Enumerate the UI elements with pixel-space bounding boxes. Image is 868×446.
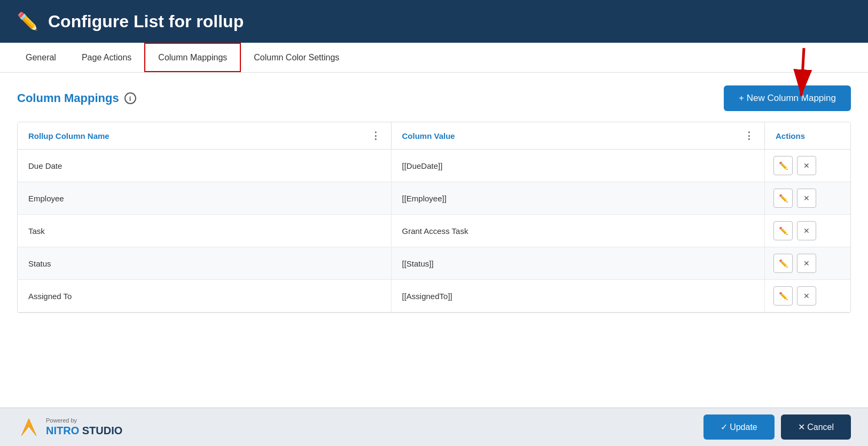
section-header: Column Mappings i + New Column Mapping [17, 85, 851, 111]
cancel-button[interactable]: ✕ Cancel [781, 414, 851, 440]
brand-studio: STUDIO [79, 425, 122, 436]
cell-value-5: [[AssignedTo]] [392, 280, 765, 312]
main-content: Column Mappings i + New Column Mapping R… [0, 73, 868, 408]
delete-button-1[interactable]: ✕ [797, 156, 816, 175]
tab-column-color-settings[interactable]: Column Color Settings [241, 43, 352, 72]
page-footer: Powered by NITRO STUDIO ✓ Update ✕ Cance… [0, 408, 868, 446]
info-icon[interactable]: i [124, 92, 136, 104]
cell-rollup-col-4: Status [18, 247, 392, 279]
delete-button-4[interactable]: ✕ [797, 254, 816, 273]
update-button[interactable]: ✓ Update [703, 414, 775, 440]
page-title: Configure List for rollup [48, 12, 244, 32]
table-row: Employee [[Employee]] ✏️ ✕ [18, 182, 850, 215]
cell-rollup-col-5: Assigned To [18, 280, 392, 312]
nav-tabs: General Page Actions Column Mappings Col… [0, 43, 868, 73]
new-column-mapping-button[interactable]: + New Column Mapping [724, 85, 851, 111]
brand-name: NITRO STUDIO [46, 425, 122, 437]
actions-cell-2: ✏️ ✕ [765, 182, 850, 214]
footer-actions: ✓ Update ✕ Cancel [703, 414, 851, 440]
nitro-logo-icon [17, 416, 41, 439]
tab-column-mappings[interactable]: Column Mappings [144, 43, 241, 72]
table-row: Due Date [[DueDate]] ✏️ ✕ [18, 150, 850, 182]
table-row: Assigned To [[AssignedTo]] ✏️ ✕ [18, 280, 850, 312]
col-dots-value[interactable]: ⋮ [744, 130, 754, 142]
edit-button-4[interactable]: ✏️ [773, 254, 793, 273]
actions-cell-1: ✏️ ✕ [765, 150, 850, 182]
col-dots-rollup[interactable]: ⋮ [371, 130, 380, 142]
page-header: ✏️ Configure List for rollup [0, 0, 868, 43]
edit-icon: ✏️ [17, 11, 38, 32]
section-title-group: Column Mappings i [17, 91, 136, 105]
cell-value-1: [[DueDate]] [392, 150, 765, 182]
cell-value-2: [[Employee]] [392, 182, 765, 214]
footer-logo: Powered by NITRO STUDIO [17, 416, 122, 439]
table-row: Task Grant Access Task ✏️ ✕ [18, 215, 850, 247]
powered-by-text: Powered by [46, 417, 122, 424]
actions-cell-4: ✏️ ✕ [765, 247, 850, 279]
edit-button-2[interactable]: ✏️ [773, 189, 793, 208]
col-header-rollup-column-name: Rollup Column Name ⋮ [18, 122, 392, 149]
col-header-actions: Actions [765, 122, 850, 149]
section-title: Column Mappings [17, 91, 119, 105]
cell-value-3: Grant Access Task [392, 215, 765, 247]
delete-button-2[interactable]: ✕ [797, 189, 816, 208]
edit-button-3[interactable]: ✏️ [773, 221, 793, 240]
actions-cell-5: ✏️ ✕ [765, 280, 850, 312]
delete-button-5[interactable]: ✕ [797, 286, 816, 306]
edit-button-5[interactable]: ✏️ [773, 286, 793, 306]
brand-nitro: NITRO [46, 425, 79, 436]
table-header: Rollup Column Name ⋮ Column Value ⋮ Acti… [18, 122, 850, 150]
cell-value-4: [[Status]] [392, 247, 765, 279]
cell-rollup-col-2: Employee [18, 182, 392, 214]
delete-button-3[interactable]: ✕ [797, 221, 816, 240]
column-mappings-table: Rollup Column Name ⋮ Column Value ⋮ Acti… [17, 122, 851, 313]
cell-rollup-col-1: Due Date [18, 150, 392, 182]
edit-button-1[interactable]: ✏️ [773, 156, 793, 175]
actions-cell-3: ✏️ ✕ [765, 215, 850, 247]
brand-text: Powered by NITRO STUDIO [46, 417, 122, 437]
tab-general[interactable]: General [13, 43, 69, 72]
table-row: Status [[Status]] ✏️ ✕ [18, 247, 850, 280]
svg-marker-2 [21, 419, 36, 436]
tab-page-actions[interactable]: Page Actions [69, 43, 144, 72]
col-header-column-value: Column Value ⋮ [392, 122, 765, 149]
cell-rollup-col-3: Task [18, 215, 392, 247]
table-body: Due Date [[DueDate]] ✏️ ✕ Employee [[Emp… [18, 150, 850, 312]
